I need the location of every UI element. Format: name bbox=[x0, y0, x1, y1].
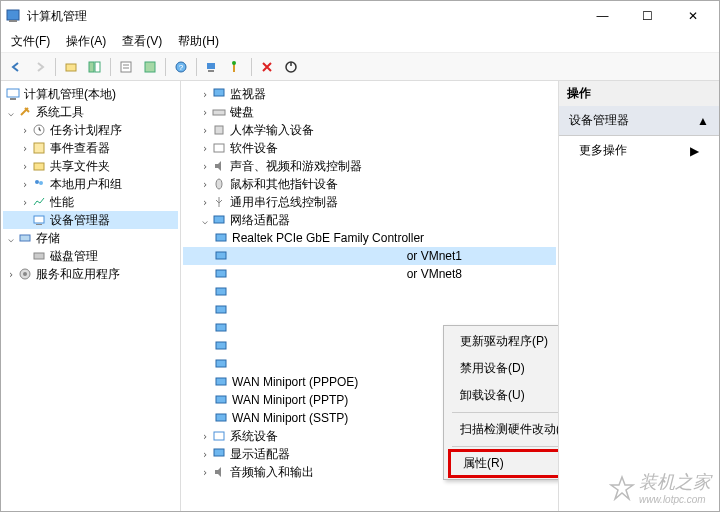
tree-local-users[interactable]: ›本地用户和组 bbox=[3, 175, 178, 193]
nic-icon bbox=[213, 338, 229, 354]
ctx-properties[interactable]: 属性(R) bbox=[448, 449, 559, 478]
usb-icon bbox=[211, 194, 227, 210]
svg-rect-2 bbox=[66, 64, 76, 71]
toolbar: ? bbox=[1, 53, 719, 81]
ctx-scan[interactable]: 扫描检测硬件改动(A) bbox=[446, 416, 559, 443]
svg-rect-31 bbox=[215, 126, 223, 134]
expand-icon[interactable]: › bbox=[199, 161, 211, 172]
expand-icon[interactable]: › bbox=[199, 449, 211, 460]
device-usb[interactable]: ›通用串行总线控制器 bbox=[183, 193, 556, 211]
ctx-update-driver[interactable]: 更新驱动程序(P) bbox=[446, 328, 559, 355]
help-button[interactable]: ? bbox=[170, 56, 192, 78]
nic-vmnet1[interactable]: or VMnet1 bbox=[183, 247, 556, 265]
collapse-icon[interactable]: ⌵ bbox=[199, 215, 211, 226]
tree-device-manager[interactable]: 设备管理器 bbox=[3, 211, 178, 229]
nic-icon bbox=[213, 410, 229, 426]
device-button[interactable] bbox=[225, 56, 247, 78]
expand-icon[interactable]: › bbox=[199, 431, 211, 442]
console-tree-pane[interactable]: 计算机管理(本地) ⌵系统工具 ›任务计划程序 ›事件查看器 ›共享文件夹 ›本… bbox=[1, 81, 181, 511]
maximize-button[interactable]: ☐ bbox=[625, 2, 670, 30]
refresh-button[interactable] bbox=[139, 56, 161, 78]
show-hide-button[interactable] bbox=[84, 56, 106, 78]
tree-disk-mgmt[interactable]: 磁盘管理 bbox=[3, 247, 178, 265]
expand-icon[interactable]: › bbox=[19, 161, 31, 172]
forward-button[interactable] bbox=[29, 56, 51, 78]
expand-icon[interactable]: › bbox=[199, 125, 211, 136]
svg-rect-34 bbox=[214, 216, 224, 223]
collapse-icon[interactable]: ⌵ bbox=[5, 107, 17, 118]
toolbar-separator bbox=[55, 58, 56, 76]
device-sound[interactable]: ›声音、视频和游戏控制器 bbox=[183, 157, 556, 175]
device-network[interactable]: ⌵网络适配器 bbox=[183, 211, 556, 229]
svg-rect-23 bbox=[34, 216, 44, 223]
expand-icon[interactable]: › bbox=[19, 197, 31, 208]
svg-rect-11 bbox=[207, 63, 215, 69]
svg-rect-36 bbox=[216, 252, 226, 259]
svg-text:?: ? bbox=[179, 63, 184, 72]
nic-realtek[interactable]: Realtek PCIe GbE Family Controller bbox=[183, 229, 556, 247]
tree-services[interactable]: ›服务和应用程序 bbox=[3, 265, 178, 283]
svg-rect-12 bbox=[208, 70, 214, 72]
ctx-uninstall[interactable]: 卸载设备(U) bbox=[446, 382, 559, 409]
expand-icon[interactable]: › bbox=[199, 197, 211, 208]
expand-icon[interactable]: › bbox=[5, 269, 17, 280]
device-monitor[interactable]: ›监视器 bbox=[183, 85, 556, 103]
tree-systools[interactable]: ⌵系统工具 bbox=[3, 103, 178, 121]
device-hid[interactable]: ›人体学输入设备 bbox=[183, 121, 556, 139]
disable-button[interactable] bbox=[280, 56, 302, 78]
tree-event-viewer[interactable]: ›事件查看器 bbox=[3, 139, 178, 157]
nic-icon bbox=[213, 284, 229, 300]
ctx-separator bbox=[452, 446, 559, 447]
remove-button[interactable] bbox=[256, 56, 278, 78]
device-keyboard[interactable]: ›键盘 bbox=[183, 103, 556, 121]
back-button[interactable] bbox=[5, 56, 27, 78]
nic-hidden-2[interactable] bbox=[183, 301, 556, 319]
hid-icon bbox=[211, 122, 227, 138]
toolbar-separator bbox=[110, 58, 111, 76]
up-button[interactable] bbox=[60, 56, 82, 78]
collapse-icon[interactable]: ⌵ bbox=[5, 233, 17, 244]
tree-shared-folders[interactable]: ›共享文件夹 bbox=[3, 157, 178, 175]
toolbar-separator bbox=[165, 58, 166, 76]
tools-icon bbox=[17, 104, 33, 120]
svg-rect-38 bbox=[216, 288, 226, 295]
actions-section[interactable]: 设备管理器 ▲ bbox=[559, 106, 719, 136]
device-software[interactable]: ›软件设备 bbox=[183, 139, 556, 157]
tree-storage[interactable]: ⌵存储 bbox=[3, 229, 178, 247]
minimize-button[interactable]: — bbox=[580, 2, 625, 30]
properties-button[interactable] bbox=[115, 56, 137, 78]
app-icon bbox=[5, 8, 21, 24]
expand-icon[interactable]: › bbox=[199, 467, 211, 478]
scan-hardware-button[interactable] bbox=[201, 56, 223, 78]
expand-icon[interactable]: › bbox=[199, 143, 211, 154]
svg-point-33 bbox=[216, 179, 222, 189]
tree-performance[interactable]: ›性能 bbox=[3, 193, 178, 211]
ctx-disable[interactable]: 禁用设备(D) bbox=[446, 355, 559, 382]
expand-icon[interactable]: › bbox=[199, 107, 211, 118]
expand-icon[interactable]: › bbox=[19, 143, 31, 154]
services-icon bbox=[17, 266, 33, 282]
actions-more[interactable]: 更多操作 ▶ bbox=[559, 136, 719, 165]
expand-icon[interactable]: › bbox=[19, 179, 31, 190]
svg-point-14 bbox=[232, 61, 236, 65]
storage-icon bbox=[17, 230, 33, 246]
expand-icon[interactable]: › bbox=[199, 89, 211, 100]
system-icon bbox=[211, 428, 227, 444]
expand-icon[interactable]: › bbox=[199, 179, 211, 190]
close-button[interactable]: ✕ bbox=[670, 2, 715, 30]
expand-icon[interactable]: › bbox=[19, 125, 31, 136]
menu-help[interactable]: 帮助(H) bbox=[172, 31, 225, 52]
tree-task-scheduler[interactable]: ›任务计划程序 bbox=[3, 121, 178, 139]
nic-hidden-1[interactable] bbox=[183, 283, 556, 301]
menu-action[interactable]: 操作(A) bbox=[60, 31, 112, 52]
device-mouse[interactable]: ›鼠标和其他指针设备 bbox=[183, 175, 556, 193]
keyboard-icon bbox=[211, 104, 227, 120]
actions-header: 操作 bbox=[559, 81, 719, 106]
menu-view[interactable]: 查看(V) bbox=[116, 31, 168, 52]
nic-icon bbox=[213, 266, 229, 282]
tree-root[interactable]: 计算机管理(本地) bbox=[3, 85, 178, 103]
device-tree-pane[interactable]: ›监视器 ›键盘 ›人体学输入设备 ›软件设备 ›声音、视频和游戏控制器 ›鼠标… bbox=[181, 81, 559, 511]
svg-point-28 bbox=[23, 272, 27, 276]
nic-vmnet8[interactable]: or VMnet8 bbox=[183, 265, 556, 283]
menu-file[interactable]: 文件(F) bbox=[5, 31, 56, 52]
